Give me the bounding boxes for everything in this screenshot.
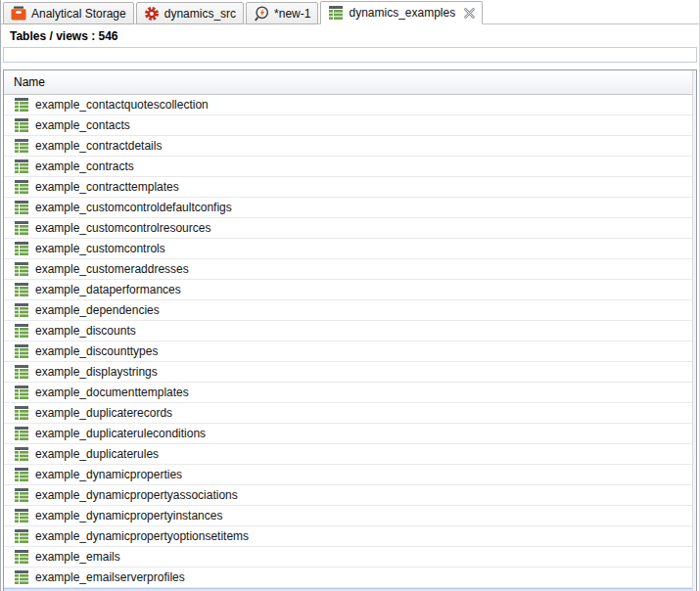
table-icon [14, 180, 29, 194]
table-row-label: example_customcontrols [35, 242, 165, 255]
table-row-label: example_dependencies [35, 303, 160, 317]
table-row[interactable]: example_dynamicpropertyinstances [4, 506, 696, 526]
table-row-label: example_emails [35, 550, 120, 564]
table-row-label: example_duplicateruleconditions [35, 427, 206, 440]
table-row[interactable]: example_dataperformances [4, 280, 696, 300]
table-row[interactable]: example_contracts [4, 157, 696, 177]
table-body: example_contactquotescollection example_… [4, 95, 696, 591]
table-row-label: example_duplicaterules [35, 447, 159, 461]
table-icon [14, 344, 29, 358]
database-tool-window: Analytical Storage dynamics_src *new [0, 0, 700, 591]
table-icon [14, 283, 29, 296]
table-icon [328, 6, 344, 20]
table-row[interactable]: example_contracttemplates [4, 177, 696, 198]
table-row-label: example_duplicaterecords [35, 406, 172, 420]
table-row-label: example_customcontroldefaultconfigs [35, 201, 232, 214]
table-row-label: example_contacts [35, 118, 130, 132]
table-row[interactable]: example_duplicaterules [4, 444, 696, 465]
tab-label: dynamics_src [164, 7, 236, 21]
table-row[interactable]: example_customcontrols [4, 239, 696, 259]
table-row-label: example_documenttemplates [35, 386, 189, 399]
table-icon [14, 386, 29, 399]
table-row-label: example_contracts [35, 159, 134, 173]
tab-dynamics-src[interactable]: dynamics_src [136, 2, 244, 24]
table-icon [14, 118, 29, 132]
table-row-label: example_dynamicpropertyinstances [35, 509, 222, 523]
table-row[interactable]: example_dynamicpropertyoptionsetitems [4, 526, 696, 547]
table-row-label: example_dataperformances [35, 283, 181, 296]
table-icon [14, 242, 29, 255]
table-row-label: example_displaystrings [35, 365, 158, 379]
table-icon [14, 529, 29, 543]
table-icon [14, 447, 29, 461]
filter-input[interactable] [3, 47, 697, 63]
table-icon [14, 488, 29, 502]
sql-editor-icon [254, 6, 269, 22]
table-icon [14, 98, 29, 112]
table-row-label: example_emailserverprofiles [35, 570, 185, 584]
tab-label: Analytical Storage [31, 7, 126, 21]
table-row-label: example_contactquotescollection [35, 98, 209, 112]
table-row[interactable]: example_duplicateruleconditions [4, 424, 696, 444]
table-icon [14, 262, 29, 276]
table-row-label: example_dynamicpropertyassociations [35, 488, 238, 502]
table-icon [14, 221, 29, 235]
close-icon[interactable] [464, 8, 475, 19]
table-row-label: example_dynamicpropertyoptionsetitems [35, 529, 249, 543]
table-icon [14, 468, 29, 481]
table-row[interactable]: example_customeraddresses [4, 259, 696, 280]
table-row-label: example_discounts [35, 324, 136, 338]
table-row[interactable]: example_emailserverprofiles [4, 568, 696, 588]
table-icon [14, 324, 29, 338]
table-row[interactable]: example_duplicaterecords [4, 403, 696, 424]
table-icon [14, 303, 29, 317]
table-row[interactable]: example_dynamicproperties [4, 465, 696, 485]
table-row[interactable]: example_customcontrolresources [4, 218, 696, 239]
table-icon [14, 201, 29, 214]
table-row[interactable]: example_contractdetails [4, 136, 696, 157]
table-row[interactable]: example_dynamicpropertyassociations [4, 485, 696, 506]
tables-grid: Name example_contactquotescollection [3, 69, 697, 591]
table-row-label: example_dynamicproperties [35, 468, 182, 481]
table-icon [14, 365, 29, 379]
tables-views-count: Tables / views : 546 [1, 24, 699, 46]
table-icon [14, 139, 29, 153]
gear-icon [144, 6, 160, 22]
table-row-label: example_contracttemplates [35, 180, 179, 194]
table-row[interactable]: example_displaystrings [4, 362, 696, 383]
table-row[interactable]: example_contacts [4, 115, 696, 136]
table-row[interactable]: example_discounts [4, 321, 696, 341]
table-row-label: example_customcontrolresources [35, 221, 210, 235]
table-row[interactable]: example_documenttemplates [4, 383, 696, 403]
table-row[interactable]: example_dependencies [4, 300, 696, 321]
table-icon [14, 570, 29, 584]
editor-tab-bar: Analytical Storage dynamics_src *new [1, 0, 699, 24]
table-row[interactable]: example_customcontroldefaultconfigs [4, 198, 696, 218]
tab-analytical-storage[interactable]: Analytical Storage [3, 2, 134, 24]
table-icon [14, 406, 29, 420]
table-row-label: example_discounttypes [35, 344, 158, 358]
table-row-label: example_contractdetails [35, 139, 162, 153]
table-row[interactable]: example_contactquotescollection [4, 95, 696, 115]
table-row[interactable]: example_emails [4, 547, 696, 568]
tab-label: dynamics_examples [349, 6, 455, 20]
toolbox-icon [11, 6, 26, 21]
tab-new-1[interactable]: *new-1 [246, 2, 318, 24]
tab-dynamics-examples[interactable]: dynamics_examples [320, 1, 483, 24]
table-row-label: example_customeraddresses [35, 262, 189, 276]
table-row[interactable]: example_discounttypes [4, 341, 696, 362]
table-overflow-strip [692, 70, 696, 591]
column-header-name[interactable]: Name [4, 70, 696, 95]
table-icon [14, 159, 29, 173]
tab-label: *new-1 [274, 7, 310, 21]
table-icon [14, 550, 29, 564]
table-icon [14, 509, 29, 523]
table-icon [14, 427, 29, 440]
